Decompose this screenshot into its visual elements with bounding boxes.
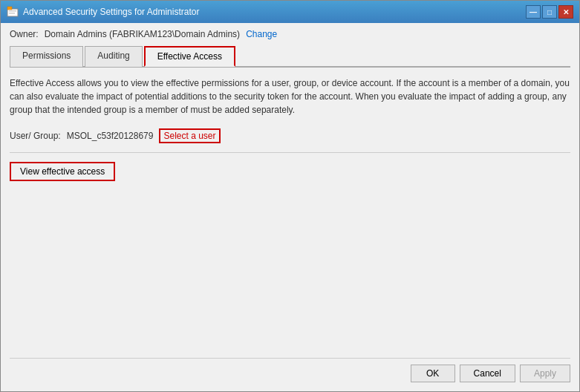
content-area: Owner: Domain Admins (FABRIKAM123\Domain… xyxy=(1,23,579,391)
owner-row: Owner: Domain Admins (FABRIKAM123\Domain… xyxy=(10,29,570,39)
maximize-button[interactable]: □ xyxy=(542,5,557,19)
user-group-row: User/ Group: MSOL_c53f20128679 Select a … xyxy=(10,128,570,153)
user-group-value: MSOL_c53f20128679 xyxy=(67,131,154,141)
description-text: Effective Access allows you to view the … xyxy=(10,76,570,117)
window-title: Advanced Security Settings for Administr… xyxy=(23,7,199,17)
title-bar-buttons: — □ ✕ xyxy=(526,5,573,19)
owner-change-link[interactable]: Change xyxy=(246,29,277,39)
user-group-label: User/ Group: xyxy=(10,131,61,141)
close-button[interactable]: ✕ xyxy=(558,5,573,19)
svg-rect-2 xyxy=(9,10,16,12)
apply-button[interactable]: Apply xyxy=(520,365,570,382)
title-bar-left: Advanced Security Settings for Administr… xyxy=(7,6,199,18)
main-window: Advanced Security Settings for Administr… xyxy=(0,0,580,392)
select-user-button[interactable]: Select a user xyxy=(159,128,220,143)
tab-auditing[interactable]: Auditing xyxy=(85,46,142,67)
owner-value: Domain Admins (FABRIKAM123\Domain Admins… xyxy=(45,29,240,39)
effective-access-content: Effective Access allows you to view the … xyxy=(10,76,570,358)
title-bar: Advanced Security Settings for Administr… xyxy=(1,1,579,23)
owner-label: Owner: xyxy=(10,29,39,39)
view-effective-access-button[interactable]: View effective access xyxy=(10,162,115,181)
cancel-button[interactable]: Cancel xyxy=(460,365,515,382)
ok-button[interactable]: OK xyxy=(411,365,455,382)
svg-rect-3 xyxy=(9,13,15,14)
tabs-container: Permissions Auditing Effective Access xyxy=(10,45,570,68)
window-icon xyxy=(7,6,23,18)
bottom-buttons: OK Cancel Apply xyxy=(10,358,570,385)
minimize-button[interactable]: — xyxy=(526,5,541,19)
svg-rect-1 xyxy=(7,7,12,10)
tab-effective-access[interactable]: Effective Access xyxy=(144,46,235,67)
tab-permissions[interactable]: Permissions xyxy=(10,46,83,67)
